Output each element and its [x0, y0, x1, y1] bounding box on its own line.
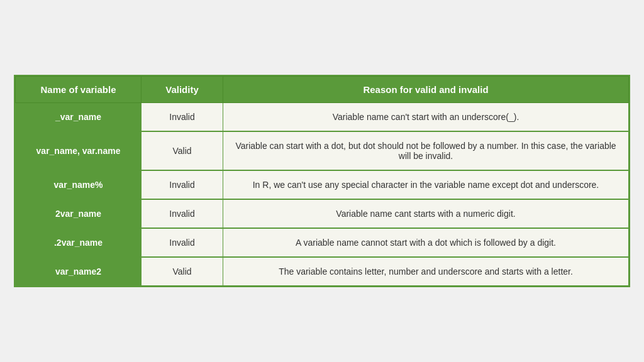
cell-reason: Variable can start with a dot, but dot s…: [223, 131, 629, 170]
cell-reason: Variable name cant starts with a numeric…: [223, 199, 629, 228]
table-row: var_name, var.nameValidVariable can star…: [16, 131, 629, 170]
table-row: var_name2ValidThe variable contains lett…: [16, 257, 629, 286]
header-reason: Reason for valid and invalid: [223, 77, 629, 103]
table-header-row: Name of variable Validity Reason for val…: [16, 77, 629, 103]
cell-validity: Invalid: [142, 228, 223, 257]
cell-reason: Variable name can't start with an unders…: [223, 103, 629, 132]
cell-validity: Valid: [142, 257, 223, 286]
variable-table: Name of variable Validity Reason for val…: [14, 75, 630, 287]
cell-reason: The variable contains letter, number and…: [223, 257, 629, 286]
cell-variable-name: var_name%: [16, 170, 142, 199]
cell-variable-name: var_name2: [16, 257, 142, 286]
header-validity: Validity: [142, 77, 223, 103]
table-row: 2var_nameInvalidVariable name cant start…: [16, 199, 629, 228]
cell-variable-name: var_name, var.name: [16, 131, 142, 170]
table-row: _var_nameInvalidVariable name can't star…: [16, 103, 629, 132]
cell-validity: Invalid: [142, 199, 223, 228]
cell-validity: Valid: [142, 131, 223, 170]
cell-variable-name: .2var_name: [16, 228, 142, 257]
cell-reason: A variable name cannot start with a dot …: [223, 228, 629, 257]
cell-reason: In R, we can't use any special character…: [223, 170, 629, 199]
cell-variable-name: 2var_name: [16, 199, 142, 228]
header-name: Name of variable: [16, 77, 142, 103]
cell-validity: Invalid: [142, 170, 223, 199]
cell-variable-name: _var_name: [16, 103, 142, 132]
table-row: var_name%InvalidIn R, we can't use any s…: [16, 170, 629, 199]
table-row: .2var_nameInvalidA variable name cannot …: [16, 228, 629, 257]
cell-validity: Invalid: [142, 103, 223, 132]
